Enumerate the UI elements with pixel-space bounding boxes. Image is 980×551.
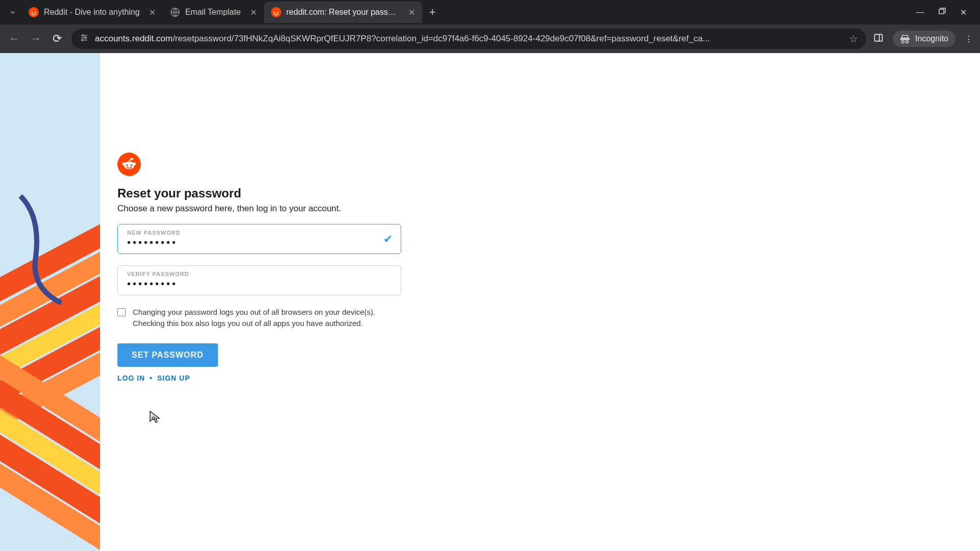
svg-point-33 (130, 164, 132, 166)
bookmark-icon[interactable]: ☆ (849, 33, 858, 45)
checkmark-icon: ✔ (383, 233, 393, 246)
url-text: accounts.reddit.com/resetpassword/73fHNk… (95, 34, 843, 44)
reddit-favicon-icon (29, 7, 39, 17)
new-tab-button[interactable]: + (422, 6, 443, 19)
svg-point-29 (122, 162, 126, 165)
svg-point-1 (32, 12, 33, 14)
tab-bar: Reddit - Dive into anything ✕ Email Temp… (0, 0, 980, 24)
verify-password-input[interactable] (127, 277, 377, 290)
login-link[interactable]: LOG IN (117, 374, 145, 382)
page-heading: Reset your password (117, 186, 403, 201)
page-subheading: Choose a new password here, then log in … (117, 204, 403, 214)
reddit-favicon-icon (271, 7, 281, 17)
mouse-cursor-icon (148, 410, 160, 424)
tab-title: Reddit - Dive into anything (44, 8, 140, 17)
svg-rect-14 (875, 34, 883, 41)
tab-title: Email Template (185, 8, 241, 17)
decorative-sidebar-art (0, 53, 100, 551)
close-tab-icon[interactable]: ✕ (149, 8, 156, 17)
nav-reload-button[interactable]: ⟳ (50, 32, 64, 45)
site-settings-icon[interactable] (80, 33, 89, 45)
tab-2[interactable]: reddit.com: Reset your passwor ✕ (264, 2, 422, 23)
reset-password-form: Reset your password Choose a new passwor… (117, 153, 403, 382)
close-tab-icon[interactable]: ✕ (408, 8, 415, 17)
incognito-indicator[interactable]: Incognito (893, 31, 955, 47)
set-password-button[interactable]: SET PASSWORD (117, 343, 218, 367)
window-maximize-button[interactable] (939, 8, 946, 17)
nav-back-button[interactable]: ← (7, 32, 21, 45)
incognito-label: Incognito (915, 34, 948, 43)
svg-point-30 (133, 162, 136, 165)
svg-point-11 (82, 35, 84, 36)
logout-everywhere-checkbox[interactable] (117, 308, 126, 316)
svg-rect-7 (939, 9, 944, 14)
tab-0[interactable]: Reddit - Dive into anything ✕ (21, 2, 163, 23)
svg-point-13 (82, 39, 83, 41)
globe-favicon-icon (170, 7, 180, 17)
reddit-logo-icon (117, 153, 141, 176)
side-panel-icon[interactable] (873, 33, 884, 45)
close-tab-icon[interactable]: ✕ (250, 8, 257, 17)
signup-link[interactable]: SIGN UP (157, 374, 190, 382)
browser-menu-button[interactable]: ⋮ (965, 34, 973, 44)
auth-alt-links: LOG IN • SIGN UP (117, 374, 403, 382)
svg-point-4 (271, 7, 281, 17)
logout-everywhere-label: Changing your password logs you out of a… (133, 307, 393, 329)
svg-point-5 (274, 12, 275, 14)
verify-password-field[interactable]: VERIFY PASSWORD (117, 265, 401, 295)
svg-point-2 (35, 12, 36, 14)
svg-point-6 (277, 12, 278, 14)
svg-point-12 (85, 37, 86, 38)
new-password-input[interactable] (127, 236, 377, 248)
new-password-field[interactable]: NEW PASSWORD ✔ (117, 224, 401, 254)
tab-1[interactable]: Email Template ✕ (163, 2, 264, 23)
page-content: Reset your password Choose a new passwor… (0, 53, 980, 551)
address-bar[interactable]: accounts.reddit.com/resetpassword/73fHNk… (71, 29, 866, 49)
svg-point-34 (152, 417, 155, 420)
tab-title: reddit.com: Reset your passwor (286, 8, 399, 17)
verify-password-label: VERIFY PASSWORD (127, 271, 377, 277)
window-minimize-button[interactable]: — (916, 8, 924, 17)
window-close-button[interactable]: ✕ (960, 8, 967, 17)
svg-point-0 (29, 7, 39, 17)
new-password-label: NEW PASSWORD (127, 230, 377, 236)
tab-search-button[interactable] (4, 4, 21, 21)
nav-forward-button[interactable]: → (29, 32, 43, 45)
browser-toolbar: ← → ⟳ accounts.reddit.com/resetpassword/… (0, 24, 980, 53)
svg-point-32 (126, 164, 128, 166)
